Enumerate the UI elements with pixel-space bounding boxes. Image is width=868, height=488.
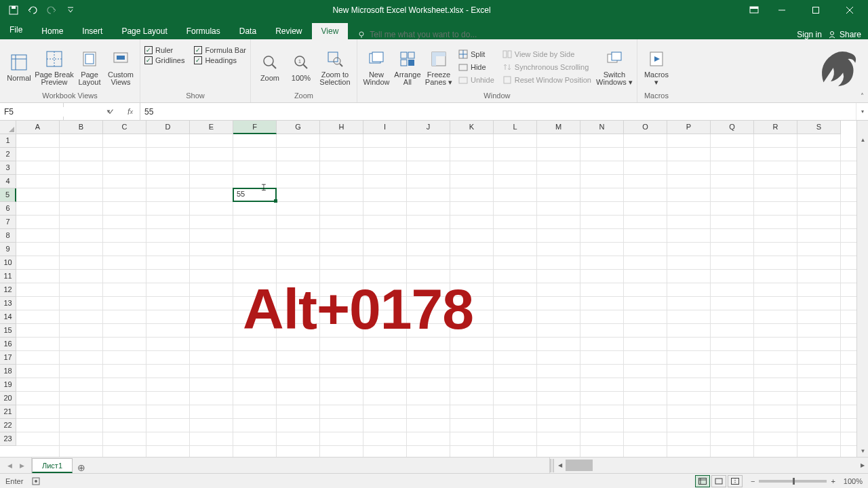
row-header-17[interactable]: 17 — [0, 351, 16, 365]
sheet-nav-next-button[interactable]: ▶ — [16, 460, 27, 471]
qat-customize-button[interactable] — [62, 2, 79, 18]
name-box-dropdown-icon[interactable]: ▼ — [106, 108, 111, 115]
row-header-10[interactable]: 10 — [0, 256, 16, 270]
row-header-4[interactable]: 4 — [0, 175, 16, 188]
sheet-nav-prev-button[interactable]: ◀ — [4, 460, 15, 471]
row-header-19[interactable]: 19 — [0, 378, 16, 392]
tab-view[interactable]: View — [312, 23, 349, 39]
normal-view-shortcut[interactable] — [695, 475, 710, 487]
redo-button[interactable] — [43, 2, 60, 18]
name-box-input[interactable] — [4, 107, 106, 117]
row-header-14[interactable]: 14 — [0, 310, 16, 324]
tab-page-layout[interactable]: Page Layout — [112, 23, 176, 39]
zoom-in-button[interactable]: + — [831, 477, 835, 485]
active-cell[interactable]: 55 — [233, 188, 277, 202]
page-break-preview-button[interactable]: Page Break Preview — [35, 47, 73, 87]
column-header-L[interactable]: L — [494, 121, 537, 134]
save-button[interactable] — [5, 2, 22, 18]
page-layout-shortcut[interactable] — [711, 475, 726, 487]
collapse-ribbon-button[interactable]: ˄ — [861, 92, 864, 100]
scroll-right-button[interactable]: ▶ — [856, 460, 868, 471]
row-header-8[interactable]: 8 — [0, 229, 16, 243]
row-header-20[interactable]: 20 — [0, 392, 16, 405]
tab-data[interactable]: Data — [230, 23, 266, 39]
custom-views-button[interactable]: Custom Views — [106, 47, 136, 87]
column-header-B[interactable]: B — [60, 121, 103, 134]
sign-in-link[interactable]: Sign in — [797, 30, 822, 39]
zoom-button[interactable]: Zoom — [255, 50, 285, 83]
column-header-R[interactable]: R — [754, 121, 797, 134]
synchronous-scrolling-button[interactable]: Synchronous Scrolling — [500, 62, 593, 73]
tell-me-search[interactable] — [348, 30, 797, 39]
vertical-scrollbar[interactable]: ▲ ▼ — [856, 134, 868, 457]
zoom-level[interactable]: 100% — [844, 477, 863, 485]
view-side-by-side-button[interactable]: View Side by Side — [500, 49, 593, 60]
close-button[interactable] — [834, 0, 865, 20]
freeze-panes-button[interactable]: Freeze Panes ▾ — [424, 47, 454, 87]
column-header-H[interactable]: H — [320, 121, 363, 134]
tell-me-input[interactable] — [370, 30, 519, 39]
column-header-Q[interactable]: Q — [711, 121, 754, 134]
share-button[interactable]: Share — [827, 30, 861, 39]
column-header-O[interactable]: O — [624, 121, 667, 134]
tab-formulas[interactable]: Formulas — [177, 23, 230, 39]
macros-button[interactable]: Macros▾ — [642, 47, 671, 87]
row-header-1[interactable]: 1 — [0, 134, 16, 148]
normal-view-button[interactable]: Normal — [4, 50, 34, 83]
scroll-up-button[interactable]: ▲ — [857, 134, 868, 146]
sheet-tab-1[interactable]: Лист1 — [32, 458, 73, 473]
row-header-21[interactable]: 21 — [0, 405, 16, 419]
formula-bar-input[interactable] — [144, 107, 856, 117]
column-header-I[interactable]: I — [363, 121, 407, 134]
column-header-D[interactable]: D — [146, 121, 190, 134]
switch-windows-button[interactable]: Switch Windows ▾ — [596, 47, 633, 87]
column-header-M[interactable]: M — [537, 121, 580, 134]
row-header-18[interactable]: 18 — [0, 365, 16, 378]
zoom-to-selection-button[interactable]: Zoom to Selection — [317, 47, 353, 87]
tab-file[interactable]: File — [0, 20, 32, 39]
page-layout-button[interactable]: Page Layout — [75, 47, 104, 87]
new-sheet-button[interactable]: ⊕ — [73, 462, 90, 473]
row-header-11[interactable]: 11 — [0, 270, 16, 283]
row-header-23[interactable]: 23 — [0, 432, 16, 446]
tab-home[interactable]: Home — [32, 23, 73, 39]
row-header-22[interactable]: 22 — [0, 419, 16, 432]
column-header-S[interactable]: S — [797, 121, 841, 134]
row-header-2[interactable]: 2 — [0, 148, 16, 161]
gridlines-checkbox[interactable]: ✓Gridlines — [144, 56, 184, 64]
row-header-6[interactable]: 6 — [0, 202, 16, 216]
zoom-slider-track[interactable] — [759, 480, 827, 483]
tab-insert[interactable]: Insert — [73, 23, 112, 39]
headings-checkbox[interactable]: ✓Headings — [194, 56, 246, 64]
page-break-shortcut[interactable] — [728, 475, 743, 487]
column-header-G[interactable]: G — [277, 121, 320, 134]
column-header-K[interactable]: K — [450, 121, 494, 134]
select-all-button[interactable] — [0, 121, 16, 134]
column-header-A[interactable]: A — [16, 121, 60, 134]
zoom-out-button[interactable]: − — [751, 477, 755, 485]
hide-button[interactable]: Hide — [456, 62, 496, 73]
ruler-checkbox[interactable]: ✓Ruler — [144, 46, 184, 54]
row-header-5[interactable]: 5 — [0, 188, 16, 202]
reset-window-position-button[interactable]: Reset Window Position — [500, 75, 593, 85]
column-header-F[interactable]: F — [233, 121, 277, 134]
horizontal-scrollbar[interactable]: ◀ ▶ — [549, 458, 868, 473]
macro-record-icon[interactable] — [31, 476, 41, 486]
minimize-button[interactable] — [766, 0, 797, 20]
column-header-N[interactable]: N — [580, 121, 624, 134]
scroll-down-button[interactable]: ▼ — [857, 445, 868, 457]
maximize-button[interactable] — [800, 0, 831, 20]
split-button[interactable]: Split — [456, 49, 496, 60]
scroll-left-button[interactable]: ◀ — [554, 460, 566, 471]
row-header-7[interactable]: 7 — [0, 216, 16, 229]
unhide-button[interactable]: Unhide — [456, 75, 496, 85]
row-header-15[interactable]: 15 — [0, 324, 16, 338]
expand-formula-bar-button[interactable]: ▾ — [856, 103, 868, 120]
zoom-100-button[interactable]: 1 100% — [286, 50, 316, 83]
column-header-P[interactable]: P — [667, 121, 711, 134]
undo-button[interactable] — [24, 2, 41, 18]
row-header-3[interactable]: 3 — [0, 161, 16, 175]
ribbon-display-options-button[interactable] — [745, 2, 764, 18]
insert-function-button[interactable]: fx — [121, 103, 140, 121]
arrange-all-button[interactable]: Arrange All — [393, 47, 422, 87]
